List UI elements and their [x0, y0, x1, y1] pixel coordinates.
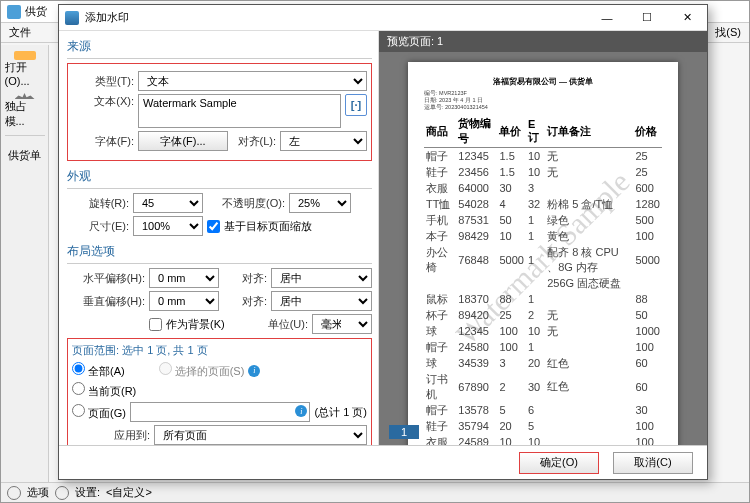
- section-source: 来源 类型(T): 文本 文本(X): Watermark Sample [·]…: [67, 35, 372, 161]
- source-header: 来源: [67, 35, 372, 59]
- app-icon: [7, 5, 21, 19]
- table-row: 鼠标1837088188: [424, 291, 662, 307]
- status-settings: 设置:: [75, 485, 100, 500]
- tool-template[interactable]: 独占模...: [5, 93, 45, 129]
- size-label: 尺寸(E):: [67, 219, 129, 234]
- unit-label: 单位(U):: [264, 317, 308, 332]
- type-label: 类型(T):: [72, 74, 134, 89]
- hoff-select[interactable]: 0 mm: [149, 268, 219, 288]
- table-row: 帽子123451.510无25: [424, 148, 662, 165]
- watermark-dialog: 添加水印 — ☐ ✕ 来源 类型(T): 文本 文本(X): Watermark…: [58, 4, 708, 480]
- dialog-body: 来源 类型(T): 文本 文本(X): Watermark Sample [·]…: [59, 31, 707, 445]
- font-button[interactable]: 字体(F)...: [138, 131, 228, 151]
- table-row: 帽子135785630: [424, 402, 662, 418]
- voff-select[interactable]: 0 mm: [149, 291, 219, 311]
- scale-label: 基于目标页面缩放: [224, 219, 312, 234]
- page-number: 1: [389, 425, 419, 439]
- tool-open[interactable]: 打开(O)...: [5, 51, 45, 87]
- appearance-header: 外观: [67, 165, 372, 189]
- text-label: 文本(X):: [72, 94, 134, 109]
- preview-area: 洛福贸易有限公司 — 供货单 编号: MVR2123F 日期: 2023 年 4…: [379, 52, 707, 445]
- pages-input[interactable]: [130, 402, 311, 422]
- halign-label: 对齐:: [223, 271, 267, 286]
- hoff-label: 水平偏移(H):: [67, 271, 145, 286]
- table-row: 球34539320红色60: [424, 355, 662, 371]
- folder-icon: [14, 51, 36, 60]
- cancel-button[interactable]: 取消(C): [613, 452, 693, 474]
- source-box: 类型(T): 文本 文本(X): Watermark Sample [·] 字体…: [67, 63, 372, 161]
- bg-toolbar: 打开(O)... 独占模... 供货单: [1, 45, 49, 482]
- table-row: 衣服245891010100: [424, 434, 662, 445]
- minimize-button[interactable]: —: [587, 5, 627, 31]
- radio-selected-label: 选择的页面(S): [159, 362, 245, 379]
- scale-checkbox[interactable]: [207, 220, 220, 233]
- status-options[interactable]: 选项: [27, 485, 49, 500]
- table-row: 订书机67890230红色60: [424, 371, 662, 402]
- tab-supply[interactable]: 供货单: [5, 135, 45, 171]
- text-input[interactable]: Watermark Sample: [138, 94, 341, 128]
- insert-macro-button[interactable]: [·]: [345, 94, 367, 116]
- menu-file[interactable]: 文件: [9, 25, 31, 40]
- radio-all-label[interactable]: 全部(A): [72, 362, 125, 379]
- left-panel: 来源 类型(T): 文本 文本(X): Watermark Sample [·]…: [59, 31, 379, 445]
- rotate-select[interactable]: 45: [133, 193, 203, 213]
- opacity-select[interactable]: 25%: [289, 193, 351, 213]
- radio-all[interactable]: [72, 362, 85, 375]
- valign-label: 对齐:: [223, 294, 267, 309]
- preview-page: 洛福贸易有限公司 — 供货单 编号: MVR2123F 日期: 2023 年 4…: [408, 62, 678, 445]
- valign-select[interactable]: 居中: [271, 291, 372, 311]
- align-select[interactable]: 左: [280, 131, 367, 151]
- halign-select[interactable]: 居中: [271, 268, 372, 288]
- apply-select[interactable]: 所有页面: [154, 425, 367, 445]
- bg-title: 供货: [25, 4, 47, 19]
- preview-header: 预览页面: 1: [379, 31, 707, 52]
- dialog-title: 添加水印: [85, 10, 129, 25]
- dialog-footer: 确定(O) 取消(C): [59, 445, 707, 479]
- close-button[interactable]: ✕: [667, 5, 707, 31]
- radio-selected: [159, 362, 172, 375]
- radio-current-label[interactable]: 当前页(R): [72, 382, 136, 399]
- right-panel: 预览页面: 1 洛福贸易有限公司 — 供货单 编号: MVR2123F 日期: …: [379, 31, 707, 445]
- align-label: 对齐(L):: [232, 134, 276, 149]
- dialog-icon: [65, 11, 79, 25]
- status-custom[interactable]: <自定义>: [106, 485, 152, 500]
- table-row: 手机87531501绿色500: [424, 212, 662, 228]
- section-appearance: 外观 旋转(R): 45 不透明度(O): 25% 尺寸(E): 100% 基于…: [67, 165, 372, 236]
- table-row: 鞋子35794205100: [424, 418, 662, 434]
- menu-find[interactable]: 找(S): [715, 25, 741, 40]
- status-bar: 选项 设置: <自定义>: [1, 482, 749, 502]
- gear-icon[interactable]: [7, 486, 21, 500]
- section-layout: 布局选项 水平偏移(H): 0 mm 对齐: 居中 垂直偏移(H): 0 mm …: [67, 240, 372, 334]
- table-row: 鞋子234561.510无25: [424, 164, 662, 180]
- type-select[interactable]: 文本: [138, 71, 367, 91]
- maximize-button[interactable]: ☐: [627, 5, 667, 31]
- radio-pages-label[interactable]: 页面(G): [72, 404, 126, 421]
- ok-button[interactable]: 确定(O): [519, 452, 599, 474]
- apply-label: 应用到:: [72, 428, 150, 443]
- section-range: 页面范围: 选中 1 页, 共 1 页 全部(A) 选择的页面(S) i 当前页…: [67, 338, 372, 445]
- background-checkbox[interactable]: [149, 318, 162, 331]
- unit-select[interactable]: 毫米: [312, 314, 372, 334]
- range-header: 页面范围: 选中 1 页, 共 1 页: [72, 343, 367, 358]
- dialog-titlebar: 添加水印 — ☐ ✕: [59, 5, 707, 31]
- gear-icon-2[interactable]: [55, 486, 69, 500]
- opacity-label: 不透明度(O):: [207, 196, 285, 211]
- background-label: 作为背景(K): [166, 317, 225, 332]
- size-select[interactable]: 100%: [133, 216, 203, 236]
- font-label: 字体(F):: [72, 134, 134, 149]
- voff-label: 垂直偏移(H):: [67, 294, 145, 309]
- doc-meta: 编号: MVR2123F 日期: 2023 年 4 月 1 日 运单号: 202…: [424, 90, 662, 111]
- info-icon[interactable]: i: [248, 365, 260, 377]
- doc-title: 洛福贸易有限公司 — 供货单: [424, 76, 662, 87]
- crown-icon: [15, 93, 35, 99]
- pages-total: (总计 1 页): [314, 405, 367, 420]
- radio-pages[interactable]: [72, 404, 85, 417]
- layout-header: 布局选项: [67, 240, 372, 264]
- radio-current[interactable]: [72, 382, 85, 395]
- table-row: 帽子245801001100: [424, 339, 662, 355]
- rotate-label: 旋转(R):: [67, 196, 129, 211]
